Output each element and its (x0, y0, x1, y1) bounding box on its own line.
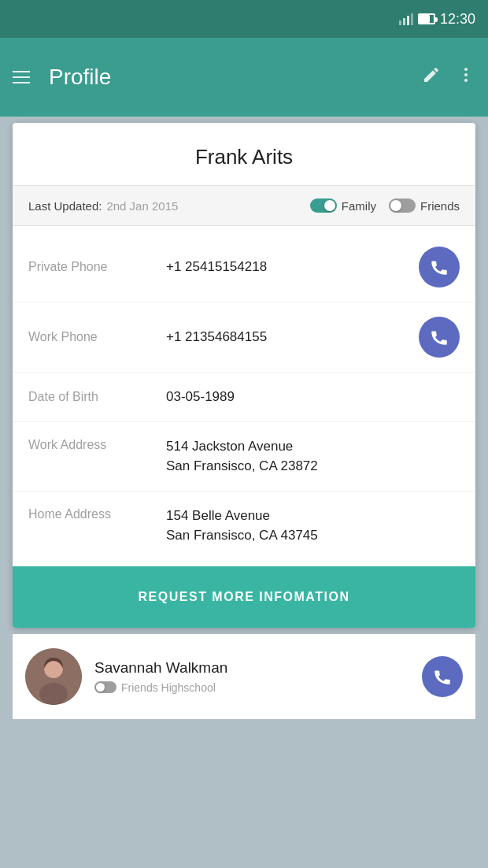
profile-card: Frank Arits Last Updated: 2nd Jan 2015 F… (13, 123, 475, 628)
work-phone-label: Work Phone (28, 330, 166, 344)
work-address-label: Work Address (28, 436, 166, 452)
contact-type: Friends Highschool (121, 681, 216, 694)
svg-point-4 (464, 68, 468, 71)
main-content: Frank Arits Last Updated: 2nd Jan 2015 F… (0, 123, 488, 719)
toggle-group: Family Friends (310, 198, 460, 213)
home-address-row: Home Address 154 Belle AvenueSan Fransis… (13, 491, 475, 560)
contact-name: Savannah Walkman (94, 659, 422, 677)
family-toggle[interactable] (310, 198, 337, 213)
last-updated-label: Last Updated: (28, 199, 102, 213)
contact-list-item: Savannah Walkman Friends Highschool (13, 634, 475, 719)
private-phone-row: Private Phone +1 25415154218 (13, 232, 475, 302)
private-phone-call-button[interactable] (419, 247, 460, 287)
app-title: Profile (49, 65, 422, 90)
profile-fields: Private Phone +1 25415154218 Work Phone … (13, 226, 475, 566)
work-address-value: 514 Jackston AvenueSan Fransisco, CA 238… (166, 436, 460, 477)
friends-toggle[interactable] (389, 198, 416, 213)
home-address-label: Home Address (28, 506, 166, 521)
svg-rect-0 (399, 20, 401, 25)
contact-info: Savannah Walkman Friends Highschool (94, 659, 422, 694)
more-options-icon[interactable] (457, 65, 475, 89)
work-phone-call-button[interactable] (419, 317, 460, 358)
dob-row: Date of Birth 03-05-1989 (13, 373, 475, 422)
app-bar: Profile (0, 38, 488, 117)
svg-point-6 (464, 79, 468, 82)
friends-toggle-item: Friends (389, 198, 460, 213)
edit-icon[interactable] (422, 65, 441, 89)
battery-icon (418, 13, 435, 24)
last-updated-row: Last Updated: 2nd Jan 2015 Family Friend… (13, 186, 475, 226)
status-bar: 12:30 (0, 0, 488, 38)
svg-point-9 (39, 683, 68, 705)
svg-rect-2 (407, 16, 409, 25)
signal-icon (399, 13, 413, 25)
family-toggle-label: Family (342, 199, 376, 213)
status-time: 12:30 (440, 11, 475, 28)
private-phone-label: Private Phone (28, 260, 166, 274)
contact-meta: Friends Highschool (94, 681, 422, 694)
contact-call-button[interactable] (422, 656, 463, 697)
profile-name: Frank Arits (13, 123, 475, 186)
svg-point-5 (464, 73, 468, 76)
avatar (25, 648, 82, 705)
status-icons: 12:30 (399, 11, 475, 28)
dob-value: 03-05-1989 (166, 387, 460, 407)
hamburger-icon[interactable] (13, 71, 30, 83)
dob-label: Date of Birth (28, 390, 166, 404)
work-phone-row: Work Phone +1 21354684155 (13, 302, 475, 373)
last-updated-date: 2nd Jan 2015 (106, 199, 309, 213)
svg-rect-1 (403, 18, 405, 25)
contact-toggle[interactable] (94, 681, 116, 693)
app-bar-actions (422, 65, 475, 89)
home-address-value: 154 Belle AvenueSan Fransisco, CA 43745 (166, 506, 460, 546)
friends-toggle-label: Friends (420, 199, 460, 213)
request-more-info-button[interactable]: REQUEST MORE INFOMATION (13, 566, 475, 628)
private-phone-value: +1 25415154218 (166, 257, 419, 277)
family-toggle-item: Family (310, 198, 376, 213)
work-address-row: Work Address 514 Jackston AvenueSan Fran… (13, 422, 475, 491)
work-phone-value: +1 21354684155 (166, 327, 419, 347)
svg-rect-3 (411, 13, 413, 25)
